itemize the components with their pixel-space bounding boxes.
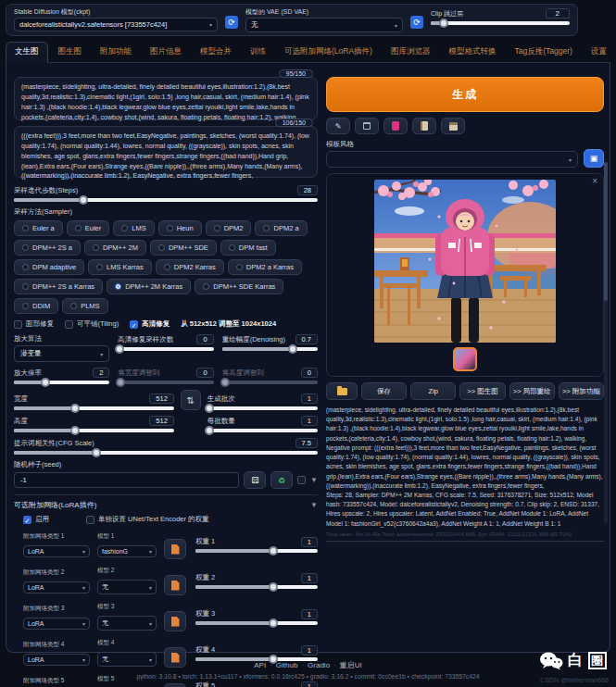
restart-ui-link[interactable]: 重启UI [340, 661, 362, 669]
lora-model-select[interactable]: 无▾ [97, 580, 157, 594]
lora-weight-value[interactable]: 1 [301, 609, 318, 619]
lora-model-select[interactable]: fashionG▾ [97, 545, 157, 557]
tab-checkpoint-merger[interactable]: 模型合并 [192, 43, 240, 62]
apply-style-button[interactable] [412, 118, 436, 134]
tab-txt2img[interactable]: 文生图 [6, 42, 48, 63]
save-style-button[interactable] [441, 118, 465, 134]
batch-count-value[interactable]: 1 [301, 393, 318, 404]
sampler-option[interactable]: DPM++ 2M [84, 240, 146, 256]
tab-model-converter[interactable]: 模型格式转换 [440, 43, 504, 62]
lora-model-info-button[interactable] [164, 539, 186, 559]
ckpt-select[interactable]: dalceforealistictallyv2.safetensors [733… [14, 18, 218, 31]
sampler-option[interactable]: DPM++ SDE [150, 240, 217, 256]
sampler-option[interactable]: Heun [158, 220, 202, 236]
lora-model-info-button[interactable] [164, 611, 186, 631]
random-seed-button[interactable]: ⚄ [244, 471, 266, 489]
lora-weight-slider[interactable] [195, 585, 318, 589]
slider-handle[interactable] [92, 448, 101, 457]
lora-type-select[interactable]: LoRA▾ [23, 618, 90, 630]
upscale-by-slider[interactable] [14, 381, 109, 384]
sampler-option[interactable]: LMS [113, 220, 154, 236]
paste-params-button[interactable]: ✎ [326, 118, 350, 134]
sampler-option[interactable]: DPM++ 2S a [14, 240, 81, 256]
send-to-img2img-button[interactable]: >> 图生图 [459, 382, 505, 400]
upscaler-select[interactable]: 潜变量▾ [14, 345, 109, 362]
slider-handle[interactable] [269, 546, 278, 556]
slider-handle[interactable] [70, 404, 80, 413]
addnet-separate-weights-checkbox[interactable]: 单独设置 UNet/Text Encoder 的权重 [86, 515, 209, 524]
slider-handle[interactable] [288, 344, 297, 354]
lora-weight-slider[interactable] [195, 657, 318, 661]
open-folder-button[interactable] [326, 382, 358, 400]
scrollbar[interactable] [604, 162, 608, 523]
sampler-option[interactable]: DPM2 Karras [156, 259, 224, 275]
tab-img2img[interactable]: 图生图 [50, 43, 91, 62]
width-value[interactable]: 512 [149, 393, 174, 404]
slider-handle[interactable] [269, 655, 278, 664]
sampler-option[interactable]: DDIM [14, 298, 58, 314]
width-slider[interactable] [14, 406, 174, 410]
lora-weight-value[interactable]: 1 [301, 537, 318, 547]
generated-image[interactable] [374, 180, 556, 343]
slider-handle[interactable] [205, 426, 214, 435]
send-to-inpaint-button[interactable]: >> 局部重绘 [509, 382, 555, 400]
tab-additional-networks[interactable]: 可选附加网络(LoRA插件) [276, 43, 381, 62]
lora-type-select[interactable]: LoRA▾ [23, 545, 90, 557]
additional-networks-header[interactable]: 可选附加网络(LoRA插件) ▼ [14, 500, 318, 510]
slider-handle[interactable] [269, 582, 278, 592]
lora-type-select[interactable]: LoRA▾ [23, 654, 90, 666]
lora-model-info-button[interactable] [164, 647, 186, 668]
lora-model-info-button[interactable] [164, 575, 186, 595]
hires-fix-checkbox[interactable]: ✓高清修复 [130, 319, 170, 329]
tiling-checkbox[interactable]: 可平铺(Tiling) [65, 319, 119, 329]
sampler-option[interactable]: Euler a [14, 220, 63, 236]
tab-tagger[interactable]: Tag反推(Tagger) [506, 43, 580, 62]
tab-extras[interactable]: 附加功能 [92, 43, 140, 62]
denoising-slider[interactable] [222, 347, 318, 351]
vae-refresh-button[interactable]: ⟳ [410, 16, 423, 29]
extra-networks-button[interactable] [383, 118, 408, 134]
ckpt-refresh-button[interactable]: ⟳ [225, 16, 238, 29]
denoising-value[interactable]: 0.7 [295, 334, 318, 344]
batch-size-slider[interactable] [207, 429, 318, 432]
apply-selected-style-button[interactable]: ▣ [584, 149, 604, 168]
sampler-option[interactable]: DPM++ 2S a Karras [14, 279, 103, 294]
slider-handle[interactable] [41, 378, 50, 387]
lora-type-select[interactable]: LoRA▾ [23, 581, 90, 593]
save-button[interactable]: 保存 [361, 382, 407, 400]
close-icon[interactable]: × [592, 176, 597, 186]
slider-handle[interactable] [79, 195, 88, 205]
lora-weight-slider[interactable] [195, 621, 318, 625]
sampler-option[interactable]: PLMS [62, 298, 107, 314]
lora-weight-value[interactable]: 1 [301, 573, 318, 583]
swap-dimensions-button[interactable]: ⇅ [181, 390, 201, 410]
hires-steps-value[interactable]: 0 [196, 334, 213, 344]
vae-select[interactable]: 无 ▾ [245, 18, 403, 32]
cfg-value[interactable]: 7.5 [295, 438, 318, 448]
sampler-option[interactable]: DPM++ SDE Karras [195, 279, 283, 294]
clip-skip-value[interactable]: 2 [546, 8, 570, 19]
sampler-option[interactable]: DPM2 a [255, 220, 307, 236]
tab-png-info[interactable]: 图片信息 [142, 43, 190, 62]
sampler-option[interactable]: DPM adaptive [14, 259, 84, 275]
lora-weight-slider[interactable] [195, 549, 318, 553]
zip-button[interactable]: Zip [410, 382, 456, 400]
sampler-option[interactable]: Euler [67, 220, 110, 236]
slider-handle[interactable] [269, 618, 278, 628]
upscale-by-value[interactable]: 2 [93, 368, 109, 378]
send-to-extras-button[interactable]: >> 附加功能 [559, 382, 604, 400]
tab-image-browser[interactable]: 图库浏览器 [383, 43, 439, 62]
prompt-input[interactable]: 95/150 (masterpiece, sidelighting, ultra… [14, 77, 318, 120]
lora-weight-value[interactable]: 1 [301, 681, 318, 687]
height-value[interactable]: 512 [149, 416, 174, 426]
batch-size-value[interactable]: 1 [301, 416, 318, 426]
cfg-slider[interactable] [14, 451, 318, 455]
clear-prompt-button[interactable] [355, 118, 379, 134]
sampler-option[interactable]: LMS Karras [88, 259, 152, 275]
sampler-option-selected[interactable]: DPM++ 2M Karras [107, 279, 191, 294]
lora-model-info-button[interactable] [164, 683, 186, 687]
slider-handle[interactable] [205, 404, 214, 413]
tab-settings[interactable]: 设置 [583, 43, 615, 62]
batch-count-slider[interactable] [207, 406, 318, 410]
sampler-option[interactable]: DPM2 [206, 220, 252, 236]
